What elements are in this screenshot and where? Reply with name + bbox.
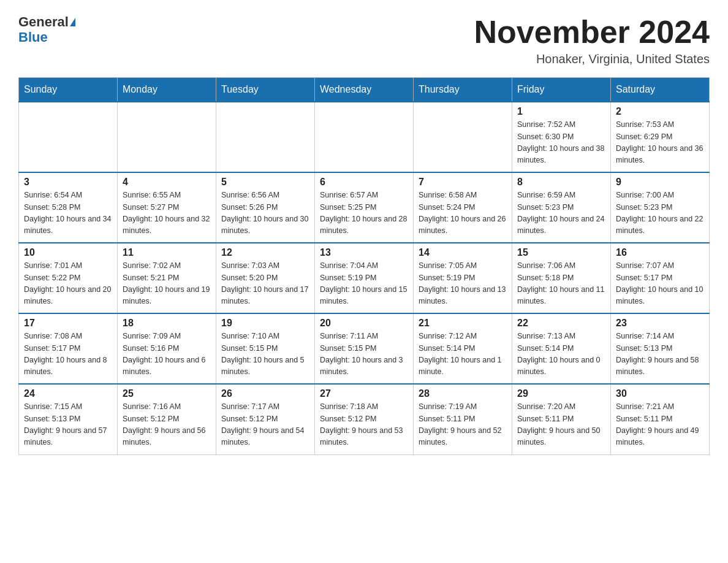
day-info: Sunrise: 6:56 AMSunset: 5:26 PMDaylight:… bbox=[221, 190, 309, 237]
day-info: Sunrise: 7:01 AMSunset: 5:22 PMDaylight:… bbox=[24, 260, 112, 308]
day-info: Sunrise: 7:08 AMSunset: 5:17 PMDaylight:… bbox=[24, 331, 112, 378]
day-number: 8 bbox=[517, 177, 605, 188]
day-number: 4 bbox=[123, 177, 211, 188]
calendar-cell: 7Sunrise: 6:58 AMSunset: 5:24 PMDaylight… bbox=[414, 172, 512, 243]
day-info: Sunrise: 7:04 AMSunset: 5:19 PMDaylight:… bbox=[320, 260, 408, 308]
day-info: Sunrise: 7:15 AMSunset: 5:13 PMDaylight:… bbox=[24, 401, 112, 449]
logo-triangle-icon bbox=[70, 18, 75, 26]
week-row-5: 24Sunrise: 7:15 AMSunset: 5:13 PMDayligh… bbox=[19, 384, 710, 454]
logo-text-general: General bbox=[18, 15, 69, 29]
calendar-cell: 4Sunrise: 6:55 AMSunset: 5:27 PMDaylight… bbox=[118, 172, 216, 243]
calendar-cell: 3Sunrise: 6:54 AMSunset: 5:28 PMDaylight… bbox=[19, 172, 118, 243]
calendar-cell: 17Sunrise: 7:08 AMSunset: 5:17 PMDayligh… bbox=[19, 313, 118, 384]
month-title: November 2024 bbox=[474, 15, 710, 50]
day-number: 16 bbox=[616, 247, 704, 258]
day-number: 23 bbox=[616, 318, 704, 329]
calendar-cell: 23Sunrise: 7:14 AMSunset: 5:13 PMDayligh… bbox=[611, 313, 710, 384]
calendar-cell bbox=[315, 102, 414, 172]
day-info: Sunrise: 7:13 AMSunset: 5:14 PMDaylight:… bbox=[517, 331, 605, 378]
day-info: Sunrise: 7:10 AMSunset: 5:15 PMDaylight:… bbox=[221, 331, 309, 378]
calendar-cell: 30Sunrise: 7:21 AMSunset: 5:11 PMDayligh… bbox=[611, 384, 710, 454]
day-number: 22 bbox=[517, 318, 605, 329]
calendar-cell: 6Sunrise: 6:57 AMSunset: 5:25 PMDaylight… bbox=[315, 172, 414, 243]
calendar-cell: 29Sunrise: 7:20 AMSunset: 5:11 PMDayligh… bbox=[512, 384, 611, 454]
day-info: Sunrise: 7:00 AMSunset: 5:23 PMDaylight:… bbox=[616, 190, 704, 237]
calendar-cell: 9Sunrise: 7:00 AMSunset: 5:23 PMDaylight… bbox=[611, 172, 710, 243]
day-number: 21 bbox=[419, 318, 507, 329]
calendar-cell bbox=[414, 102, 512, 172]
day-info: Sunrise: 7:12 AMSunset: 5:14 PMDaylight:… bbox=[419, 331, 507, 378]
calendar-cell: 27Sunrise: 7:18 AMSunset: 5:12 PMDayligh… bbox=[315, 384, 414, 454]
day-number: 18 bbox=[123, 318, 211, 329]
day-info: Sunrise: 7:14 AMSunset: 5:13 PMDaylight:… bbox=[616, 331, 704, 378]
day-info: Sunrise: 7:07 AMSunset: 5:17 PMDaylight:… bbox=[616, 260, 704, 308]
logo: General Blue bbox=[18, 15, 75, 45]
weekday-header-friday: Friday bbox=[512, 78, 611, 102]
weekday-header-row: SundayMondayTuesdayWednesdayThursdayFrid… bbox=[19, 78, 710, 102]
day-info: Sunrise: 6:59 AMSunset: 5:23 PMDaylight:… bbox=[517, 190, 605, 237]
day-info: Sunrise: 7:53 AMSunset: 6:29 PMDaylight:… bbox=[616, 119, 704, 167]
day-number: 10 bbox=[24, 247, 112, 258]
day-info: Sunrise: 6:54 AMSunset: 5:28 PMDaylight:… bbox=[24, 190, 112, 237]
page-header: General Blue November 2024 Honaker, Virg… bbox=[18, 15, 710, 66]
weekday-header-monday: Monday bbox=[118, 78, 216, 102]
calendar-cell: 26Sunrise: 7:17 AMSunset: 5:12 PMDayligh… bbox=[216, 384, 315, 454]
calendar-cell: 15Sunrise: 7:06 AMSunset: 5:18 PMDayligh… bbox=[512, 243, 611, 313]
day-number: 7 bbox=[419, 177, 507, 188]
day-number: 5 bbox=[221, 177, 309, 188]
calendar-cell bbox=[19, 102, 118, 172]
day-number: 9 bbox=[616, 177, 704, 188]
day-number: 27 bbox=[320, 388, 408, 399]
day-number: 3 bbox=[24, 177, 112, 188]
day-info: Sunrise: 7:17 AMSunset: 5:12 PMDaylight:… bbox=[221, 401, 309, 449]
day-info: Sunrise: 7:19 AMSunset: 5:11 PMDaylight:… bbox=[419, 401, 507, 449]
week-row-1: 1Sunrise: 7:52 AMSunset: 6:30 PMDaylight… bbox=[19, 102, 710, 172]
day-info: Sunrise: 7:21 AMSunset: 5:11 PMDaylight:… bbox=[616, 401, 704, 449]
location: Honaker, Virginia, United States bbox=[474, 52, 710, 66]
weekday-header-wednesday: Wednesday bbox=[315, 78, 414, 102]
calendar-cell: 24Sunrise: 7:15 AMSunset: 5:13 PMDayligh… bbox=[19, 384, 118, 454]
calendar-cell: 20Sunrise: 7:11 AMSunset: 5:15 PMDayligh… bbox=[315, 313, 414, 384]
day-number: 20 bbox=[320, 318, 408, 329]
day-number: 2 bbox=[616, 106, 704, 117]
day-number: 28 bbox=[419, 388, 507, 399]
day-info: Sunrise: 7:06 AMSunset: 5:18 PMDaylight:… bbox=[517, 260, 605, 308]
day-number: 14 bbox=[419, 247, 507, 258]
weekday-header-saturday: Saturday bbox=[611, 78, 710, 102]
day-info: Sunrise: 7:16 AMSunset: 5:12 PMDaylight:… bbox=[123, 401, 211, 449]
day-number: 17 bbox=[24, 318, 112, 329]
day-number: 13 bbox=[320, 247, 408, 258]
calendar-cell: 13Sunrise: 7:04 AMSunset: 5:19 PMDayligh… bbox=[315, 243, 414, 313]
calendar-cell bbox=[216, 102, 315, 172]
day-number: 19 bbox=[221, 318, 309, 329]
day-number: 25 bbox=[123, 388, 211, 399]
day-number: 11 bbox=[123, 247, 211, 258]
title-block: November 2024 Honaker, Virginia, United … bbox=[474, 15, 710, 66]
day-info: Sunrise: 7:03 AMSunset: 5:20 PMDaylight:… bbox=[221, 260, 309, 308]
week-row-2: 3Sunrise: 6:54 AMSunset: 5:28 PMDaylight… bbox=[19, 172, 710, 243]
calendar-cell: 18Sunrise: 7:09 AMSunset: 5:16 PMDayligh… bbox=[118, 313, 216, 384]
calendar-cell: 11Sunrise: 7:02 AMSunset: 5:21 PMDayligh… bbox=[118, 243, 216, 313]
calendar-cell: 5Sunrise: 6:56 AMSunset: 5:26 PMDaylight… bbox=[216, 172, 315, 243]
calendar-cell: 14Sunrise: 7:05 AMSunset: 5:19 PMDayligh… bbox=[414, 243, 512, 313]
day-number: 6 bbox=[320, 177, 408, 188]
calendar-cell: 16Sunrise: 7:07 AMSunset: 5:17 PMDayligh… bbox=[611, 243, 710, 313]
calendar-cell: 2Sunrise: 7:53 AMSunset: 6:29 PMDaylight… bbox=[611, 102, 710, 172]
calendar-cell: 25Sunrise: 7:16 AMSunset: 5:12 PMDayligh… bbox=[118, 384, 216, 454]
week-row-4: 17Sunrise: 7:08 AMSunset: 5:17 PMDayligh… bbox=[19, 313, 710, 384]
calendar-cell: 10Sunrise: 7:01 AMSunset: 5:22 PMDayligh… bbox=[19, 243, 118, 313]
day-info: Sunrise: 7:05 AMSunset: 5:19 PMDaylight:… bbox=[419, 260, 507, 308]
day-info: Sunrise: 7:20 AMSunset: 5:11 PMDaylight:… bbox=[517, 401, 605, 449]
calendar-cell: 8Sunrise: 6:59 AMSunset: 5:23 PMDaylight… bbox=[512, 172, 611, 243]
day-info: Sunrise: 6:55 AMSunset: 5:27 PMDaylight:… bbox=[123, 190, 211, 237]
day-number: 1 bbox=[517, 106, 605, 117]
weekday-header-thursday: Thursday bbox=[414, 78, 512, 102]
calendar-cell: 12Sunrise: 7:03 AMSunset: 5:20 PMDayligh… bbox=[216, 243, 315, 313]
day-info: Sunrise: 7:52 AMSunset: 6:30 PMDaylight:… bbox=[517, 119, 605, 167]
calendar-cell: 22Sunrise: 7:13 AMSunset: 5:14 PMDayligh… bbox=[512, 313, 611, 384]
day-number: 29 bbox=[517, 388, 605, 399]
calendar-cell: 19Sunrise: 7:10 AMSunset: 5:15 PMDayligh… bbox=[216, 313, 315, 384]
day-info: Sunrise: 7:18 AMSunset: 5:12 PMDaylight:… bbox=[320, 401, 408, 449]
day-info: Sunrise: 6:57 AMSunset: 5:25 PMDaylight:… bbox=[320, 190, 408, 237]
logo-text-blue: Blue bbox=[18, 29, 48, 45]
